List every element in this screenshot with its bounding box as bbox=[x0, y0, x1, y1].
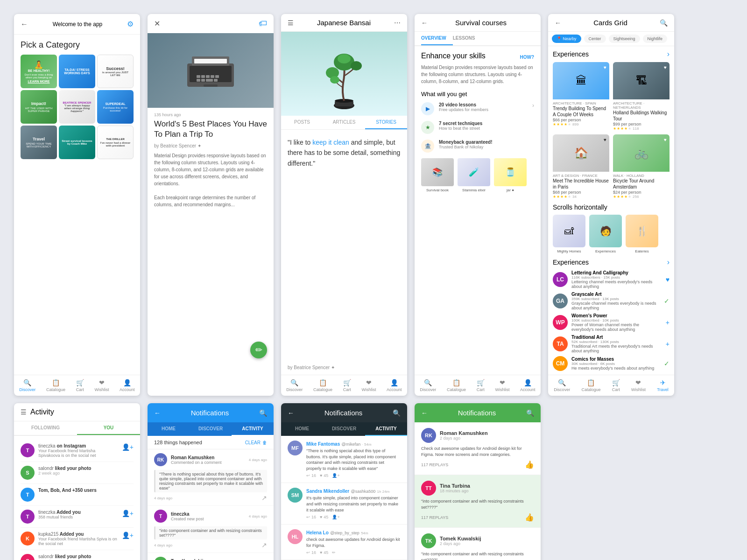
survival-back-icon[interactable]: ← bbox=[421, 19, 428, 27]
notif-blue-tab-activity[interactable]: ACTIVITY bbox=[232, 422, 274, 436]
channel-comics[interactable]: CM Comics for Masses 30K subscribed · 6K… bbox=[553, 356, 669, 371]
cat-success[interactable]: Success! is around you JUST LET BE bbox=[97, 55, 134, 88]
heart-icon-sandra[interactable]: ♥ 45 bbox=[320, 515, 328, 519]
cat-superdeal[interactable]: SUPERDEAL Purchase this kit for success! bbox=[97, 90, 134, 124]
exp-card-netherlands[interactable]: 🏗 ♥ ARCHITECTURE · NETHERLANDS Holland B… bbox=[613, 62, 669, 131]
notif-blue-clear[interactable]: CLEAR 🗑 bbox=[245, 440, 267, 445]
channels-more-icon[interactable]: › bbox=[667, 258, 669, 266]
cat-beatrice[interactable]: BEATRICE SPENCER "I am always happy when… bbox=[59, 90, 95, 124]
settings-icon[interactable]: ⚙ bbox=[127, 20, 134, 28]
exp-netherlands-heart[interactable]: ♥ bbox=[664, 65, 667, 70]
notif-roman-share-icon[interactable]: ↗ bbox=[261, 494, 267, 502]
scroll-experiences[interactable]: 🧑 Experiences bbox=[589, 215, 622, 253]
cgf-discover[interactable]: 🔍Discover bbox=[554, 379, 570, 392]
more-icon[interactable]: ⋯ bbox=[394, 19, 401, 27]
cgf-cart[interactable]: 🛒Cart bbox=[612, 379, 620, 392]
bansai-footer-wishlist[interactable]: ❤Wishlist bbox=[361, 379, 376, 392]
notif-green-replies-roman[interactable]: 117 REPLAYS bbox=[421, 462, 448, 467]
scroll-eateries[interactable]: 🍴 Eateries bbox=[626, 215, 658, 253]
reply-icon-helena[interactable]: ↩ 16 bbox=[306, 550, 316, 555]
tab-you[interactable]: YOU bbox=[77, 421, 140, 435]
filter-sightseeing[interactable]: Sightseeing bbox=[609, 35, 640, 43]
exp-holland-heart[interactable]: ♥ bbox=[664, 137, 667, 142]
exp-card-holland[interactable]: 🚲 ♥ WALK · HOLLAND Bicycle Tour Around A… bbox=[613, 134, 669, 199]
cat-survival[interactable]: Street survival lessons by Coach Mike bbox=[59, 126, 95, 159]
tab-lessons[interactable]: LESSONS bbox=[453, 32, 482, 45]
channel-women-action[interactable]: + bbox=[666, 319, 669, 326]
notif-green-search-icon[interactable]: 🔍 bbox=[526, 409, 534, 417]
footer-catalogue[interactable]: 📋 Catalogue bbox=[46, 379, 65, 392]
heart-icon-helena[interactable]: ♥ 45 bbox=[320, 550, 328, 555]
cgf-wishlist[interactable]: ❤Wishlist bbox=[631, 379, 646, 392]
notif-dark-search-icon[interactable]: 🔍 bbox=[393, 409, 401, 417]
back-icon[interactable]: ← bbox=[21, 20, 28, 28]
exp-card-france[interactable]: 🏠 ♥ ART & DESIGN · FRANCE Meet The Incre… bbox=[553, 134, 609, 199]
reply-icon-sandra[interactable]: ↩ 16 bbox=[306, 515, 316, 519]
cat-president[interactable]: THE DRILLER I've never had a dinner with… bbox=[97, 126, 134, 159]
bansai-footer-cart[interactable]: 🛒Cart bbox=[343, 379, 351, 392]
cards-grid-search-icon[interactable]: 🔍 bbox=[660, 19, 668, 27]
exp-spain-heart[interactable]: ♥ bbox=[604, 65, 606, 70]
cat-health[interactable]: 🧘 BE HEALTHY! Don't ever miss a thing wh… bbox=[21, 55, 57, 88]
add-friend-icon-kupka[interactable]: 👤+ bbox=[122, 532, 134, 539]
footer-discover[interactable]: 🔍 Discover bbox=[19, 379, 35, 392]
fab-button[interactable]: ✏ bbox=[250, 342, 267, 358]
close-icon[interactable]: ✕ bbox=[154, 19, 160, 28]
notif-blue-back-icon[interactable]: ← bbox=[154, 409, 161, 417]
sf-cart[interactable]: 🛒Cart bbox=[477, 379, 485, 392]
how-label[interactable]: HOW? bbox=[520, 55, 534, 60]
footer-account[interactable]: 👤 Account bbox=[120, 379, 135, 392]
cat-travel[interactable]: Travel SPEND YOUR TIME WITH EFFICIENCY bbox=[21, 126, 57, 159]
reply-icon-mikefan1[interactable]: ↩ 16 bbox=[306, 473, 316, 478]
add-friend-icon-tineczka2[interactable]: 👤+ bbox=[122, 510, 134, 517]
cat-impact[interactable]: Impact! HIT THE USER WITH SUPER PHRASE bbox=[21, 90, 57, 124]
tab-following[interactable]: FOLLOWING bbox=[14, 421, 77, 435]
filter-nightlife[interactable]: Nightlife bbox=[643, 35, 668, 43]
channel-lettering[interactable]: LC Lettering And Calligraphy 116K subscr… bbox=[553, 270, 669, 289]
tab-stories[interactable]: STORIES bbox=[365, 116, 407, 129]
add-icon-sandra[interactable]: 👤+ bbox=[332, 515, 339, 519]
channel-women[interactable]: WP Women's Power 100K subscribed · 10K p… bbox=[553, 313, 669, 332]
tab-posts[interactable]: POSTS bbox=[281, 116, 323, 129]
notif-green-like-roman[interactable]: 👍 bbox=[525, 460, 534, 469]
channel-comics-action[interactable]: ✓ bbox=[664, 360, 669, 367]
heart-icon-mikefan1[interactable]: ♥ 45 bbox=[320, 473, 328, 478]
bansai-footer-catalogue[interactable]: 📋Catalogue bbox=[313, 379, 332, 392]
notif-dark-back-icon[interactable]: ← bbox=[288, 409, 294, 417]
channel-traditional[interactable]: TA Traditional Art 52K subscribed · 130K… bbox=[553, 335, 669, 353]
footer-wishlist[interactable]: ❤ Wishlist bbox=[94, 379, 109, 392]
channel-traditional-action[interactable]: + bbox=[666, 340, 669, 348]
notif-green-like-tina[interactable]: 👍 bbox=[525, 513, 534, 522]
footer-cart[interactable]: 🛒 Cart bbox=[76, 379, 84, 392]
cards-grid-back-icon[interactable]: ← bbox=[555, 19, 561, 27]
notif-blue-search-icon[interactable]: 🔍 bbox=[259, 409, 267, 417]
cgf-catalogue[interactable]: 📋Catalogue bbox=[581, 379, 600, 392]
notif-green-replies-tina[interactable]: 117 REPLAYS bbox=[421, 515, 448, 520]
filter-nearby[interactable]: 📍 Nearby bbox=[552, 35, 581, 43]
experiences-more-icon[interactable]: › bbox=[667, 50, 669, 58]
bansai-footer-discover[interactable]: 🔍Discover bbox=[286, 379, 303, 392]
notif-dark-tab-discover[interactable]: DISCOVER bbox=[323, 422, 365, 436]
channel-grayscale-action[interactable]: ✓ bbox=[664, 297, 669, 305]
sf-wishlist[interactable]: ❤Wishlist bbox=[495, 379, 509, 392]
sf-catalogue[interactable]: 📋Catalogue bbox=[447, 379, 466, 392]
tab-articles[interactable]: ARTICLES bbox=[323, 116, 365, 129]
tab-overview[interactable]: OVERVIEW bbox=[421, 32, 453, 45]
channel-lettering-action[interactable]: ♥ bbox=[666, 276, 669, 283]
sf-account[interactable]: 👤Account bbox=[520, 379, 536, 392]
edit-icon-helena[interactable]: ✏ bbox=[332, 550, 336, 555]
notif-blue-tab-home[interactable]: HOME bbox=[148, 422, 190, 436]
hamburger-icon[interactable]: ☰ bbox=[288, 19, 294, 27]
notif-green-back-icon[interactable]: ← bbox=[421, 409, 428, 417]
notif-dark-tab-activity[interactable]: ACTIVITY bbox=[365, 422, 407, 436]
exp-france-heart[interactable]: ♥ bbox=[604, 137, 606, 142]
activity-hamburger-icon[interactable]: ☰ bbox=[21, 408, 27, 416]
notif-blue-tab-discover[interactable]: DISCOVER bbox=[190, 422, 232, 436]
exp-card-spain[interactable]: 🏛 ♥ ARCHITECTURE · SPAIN Trendy Building… bbox=[553, 62, 609, 131]
cgf-travel[interactable]: ✈Travel bbox=[657, 379, 669, 392]
scroll-mighty-homes[interactable]: 🛋 Mighty Homes bbox=[553, 215, 585, 253]
channel-grayscale[interactable]: GA Grayscale Art 359K subscribed · 13K p… bbox=[553, 292, 669, 310]
filter-center[interactable]: Center bbox=[584, 35, 606, 43]
bansai-footer-account[interactable]: 👤Account bbox=[387, 379, 402, 392]
notif-tineczka-share-icon[interactable]: ↗ bbox=[261, 541, 267, 549]
